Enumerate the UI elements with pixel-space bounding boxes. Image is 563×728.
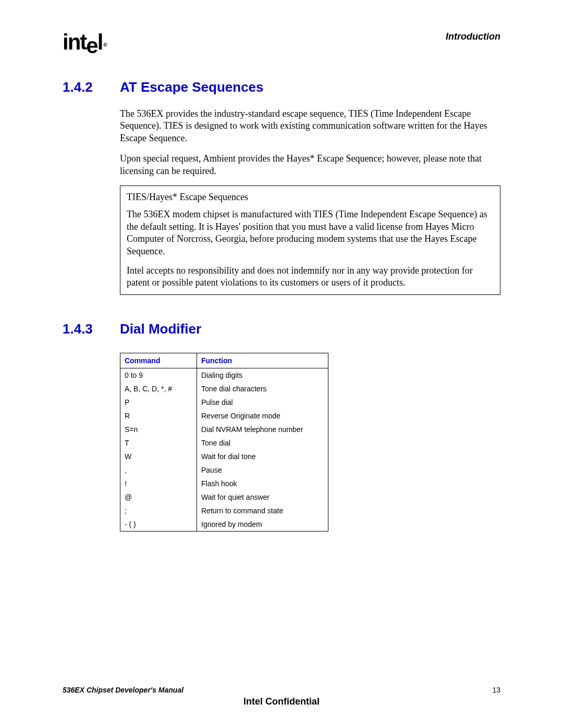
- table-row: ;Return to command state: [120, 504, 328, 517]
- cell-function: Pause: [197, 463, 328, 477]
- cell-command: - ( ): [120, 517, 197, 532]
- note-paragraph: The 536EX modem chipset is manufactured …: [127, 208, 494, 257]
- cell-function: Return to command state: [197, 504, 328, 517]
- registered-icon: ®: [103, 42, 107, 48]
- cell-command: A, B, C, D, *, #: [120, 382, 197, 396]
- table-row: PPulse dial: [120, 396, 328, 409]
- paragraph: The 536EX provides the industry-standard…: [120, 108, 500, 144]
- section-title: AT Escape Sequences: [120, 79, 264, 95]
- cell-command: @: [120, 490, 197, 504]
- table-row: ,Pause: [120, 463, 328, 477]
- table-row: TTone dial: [120, 436, 328, 450]
- logo-text-part1: int: [63, 30, 86, 54]
- intel-logo: intel®: [63, 31, 106, 53]
- table-header-row: Command Function: [120, 353, 328, 368]
- footer-page-number: 13: [492, 686, 500, 694]
- cell-command: ;: [120, 504, 197, 517]
- logo-text-part2: l: [97, 30, 103, 54]
- table-row: - ( )Ignored by modem: [120, 517, 328, 532]
- cell-command: S=n: [120, 423, 197, 436]
- table-row: WWait for dial tone: [120, 450, 328, 463]
- cell-function: Dialing digits: [197, 368, 328, 382]
- table-row: @Wait for quiet answer: [120, 490, 328, 504]
- chapter-title: Introduction: [446, 31, 500, 42]
- cell-function: Dial NVRAM telephone number: [197, 423, 328, 436]
- paragraph: Upon special request, Ambient provides t…: [120, 153, 500, 177]
- section-title: Dial Modifier: [120, 321, 201, 337]
- logo-text-drop: e: [86, 35, 97, 57]
- table-header-function: Function: [197, 353, 328, 368]
- cell-function: Tone dial characters: [197, 382, 328, 396]
- section-number: 1.4.2: [63, 79, 120, 95]
- cell-command: W: [120, 450, 197, 463]
- cell-function: Wait for dial tone: [197, 450, 328, 463]
- dial-modifier-table: Command Function 0 to 9Dialing digits A,…: [120, 353, 328, 532]
- table-row: RReverse Originate mode: [120, 409, 328, 423]
- footer-confidential: Intel Confidential: [63, 696, 500, 707]
- cell-function: Reverse Originate mode: [197, 409, 328, 423]
- table-row: 0 to 9Dialing digits: [120, 368, 328, 382]
- cell-command: 0 to 9: [120, 368, 197, 382]
- cell-command: !: [120, 477, 197, 490]
- section-heading-143: 1.4.3 Dial Modifier: [63, 321, 500, 337]
- page-header: intel® Introduction: [63, 31, 500, 53]
- page-container: intel® Introduction 1.4.2 AT Escape Sequ…: [0, 0, 563, 728]
- cell-command: T: [120, 436, 197, 450]
- cell-command: ,: [120, 463, 197, 477]
- table-row: A, B, C, D, *, #Tone dial characters: [120, 382, 328, 396]
- table-row: !Flash hook: [120, 477, 328, 490]
- table-row: S=nDial NVRAM telephone number: [120, 423, 328, 436]
- section-heading-142: 1.4.2 AT Escape Sequences: [63, 79, 500, 95]
- cell-function: Ignored by modem: [197, 517, 328, 532]
- note-title: TIES/Hayes* Escape Sequences: [127, 191, 494, 203]
- cell-command: P: [120, 396, 197, 409]
- cell-function: Tone dial: [197, 436, 328, 450]
- note-paragraph: Intel accepts no responsibility and does…: [127, 265, 494, 289]
- cell-command: R: [120, 409, 197, 423]
- cell-function: Pulse dial: [197, 396, 328, 409]
- table-header-command: Command: [120, 353, 197, 368]
- section-number: 1.4.3: [63, 321, 120, 337]
- footer-top-row: 536EX Chipset Developer's Manual 13: [63, 686, 500, 694]
- cell-function: Flash hook: [197, 477, 328, 490]
- note-box: TIES/Hayes* Escape Sequences The 536EX m…: [120, 186, 500, 295]
- footer-manual-title: 536EX Chipset Developer's Manual: [63, 686, 183, 694]
- cell-function: Wait for quiet answer: [197, 490, 328, 504]
- page-footer: 536EX Chipset Developer's Manual 13 Inte…: [63, 686, 500, 707]
